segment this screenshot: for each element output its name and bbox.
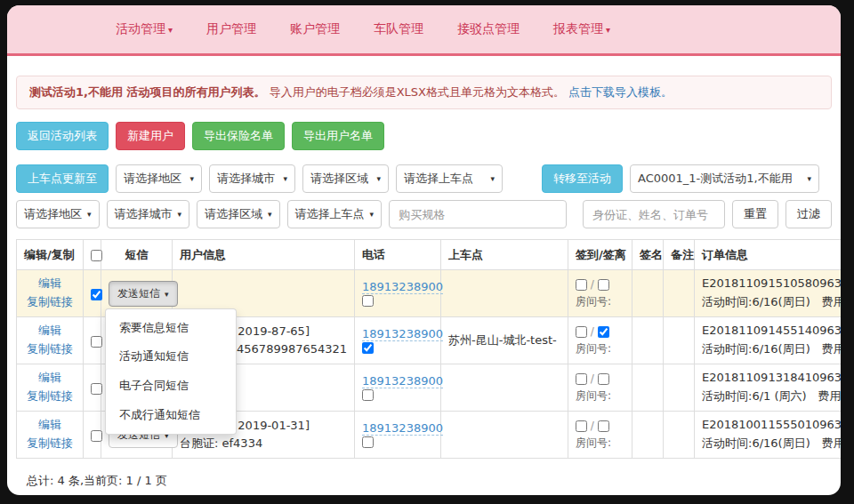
row-select-cell bbox=[84, 412, 101, 459]
district-select[interactable]: 请选择区域▾ bbox=[302, 164, 389, 193]
pickup-update-row: 上车点更新至 请选择地区▾ 请选择城市▾ 请选择区域▾ 请选择上车点▾ 转移至活… bbox=[16, 164, 832, 193]
phone-link[interactable]: 18913238900 bbox=[362, 421, 443, 436]
user-id: 台胞证: ef4334 bbox=[180, 435, 347, 452]
phone-checkbox[interactable] bbox=[362, 295, 374, 307]
checkout-checkbox[interactable] bbox=[598, 373, 609, 385]
edit-copy-cell: 编辑 复制链接 bbox=[17, 270, 84, 317]
pickup-update-button[interactable]: 上车点更新至 bbox=[16, 164, 109, 193]
edit-copy-cell: 编辑 复制链接 bbox=[17, 412, 84, 459]
caret-down-icon: ▾ bbox=[606, 25, 610, 35]
city-select-filter[interactable]: 请选择城市▾ bbox=[107, 200, 190, 228]
row-checkbox[interactable] bbox=[91, 289, 102, 300]
region-select[interactable]: 请选择地区▾ bbox=[116, 164, 202, 193]
checkout-checkbox[interactable] bbox=[598, 279, 609, 291]
caret-down-icon: ▾ bbox=[189, 174, 194, 183]
nav-user-management[interactable]: 用户管理 bbox=[206, 21, 256, 37]
col-header-checkin-checkout: 签到/签离 bbox=[568, 240, 632, 270]
reset-button[interactable]: 重置 bbox=[732, 200, 778, 228]
phone-checkbox[interactable] bbox=[362, 389, 374, 401]
checkin-checkbox[interactable] bbox=[576, 373, 587, 385]
table-header-row: 编辑/复制 短信 用户信息 电话 上车点 签到/签离 签名 备注 订单信息 bbox=[17, 240, 842, 270]
phone-cell: 18913238900 bbox=[355, 412, 441, 459]
pickup-point-cell bbox=[441, 412, 568, 459]
checkin-checkbox[interactable] bbox=[576, 279, 587, 291]
edit-link[interactable]: 编辑 bbox=[24, 275, 76, 293]
menu-item-cancel-notice-sms[interactable]: 不成行通知短信 bbox=[106, 401, 236, 430]
edit-link[interactable]: 编辑 bbox=[24, 322, 76, 340]
table-row: 编辑 复制链接 发送短信▾ 索要信息短信 活动通知短信 电子合同短信 bbox=[17, 270, 842, 317]
select-value: 请选择城市 bbox=[115, 206, 173, 222]
checkout-checkbox[interactable] bbox=[598, 326, 609, 338]
col-header-pickup-point: 上车点 bbox=[441, 240, 568, 270]
copy-link[interactable]: 复制链接 bbox=[24, 435, 76, 453]
signature-cell bbox=[632, 270, 664, 317]
select-all-checkbox[interactable] bbox=[91, 250, 102, 261]
col-header-edit-copy: 编辑/复制 bbox=[17, 240, 84, 270]
nav-account-management[interactable]: 账户管理 bbox=[290, 21, 340, 37]
edit-link[interactable]: 编辑 bbox=[24, 369, 76, 388]
phone-checkbox[interactable] bbox=[362, 342, 374, 354]
nav-label: 接驳点管理 bbox=[457, 21, 520, 36]
edit-copy-cell: 编辑 复制链接 bbox=[17, 317, 84, 364]
alert-body-text: 导入用户的电子档必须是XLSX格式且单元格为文本格式。 bbox=[270, 85, 565, 99]
caret-down-icon: ▾ bbox=[87, 210, 92, 219]
signature-cell bbox=[632, 412, 664, 459]
select-value: 请选择区域 bbox=[205, 206, 262, 222]
caret-down-icon: ▾ bbox=[165, 290, 169, 299]
new-user-button[interactable]: 新建用户 bbox=[116, 122, 185, 150]
col-header-sms: 短信 bbox=[101, 240, 173, 270]
back-to-activity-list-button[interactable]: 返回活动列表 bbox=[16, 122, 109, 150]
user-table: 编辑/复制 短信 用户信息 电话 上车点 签到/签离 签名 备注 订单信息 bbox=[16, 239, 841, 459]
phone-link[interactable]: 18913238900 bbox=[362, 374, 443, 388]
send-sms-button[interactable]: 发送短信▾ bbox=[109, 281, 178, 307]
caret-down-icon: ▾ bbox=[268, 210, 272, 219]
export-insurance-button[interactable]: 导出保险名单 bbox=[192, 122, 285, 150]
city-select[interactable]: 请选择城市▾ bbox=[209, 164, 295, 193]
phone-link[interactable]: 18913238900 bbox=[362, 280, 443, 294]
pickup-point-cell bbox=[441, 270, 568, 317]
select-value: 请选择地区 bbox=[124, 171, 181, 187]
row-checkbox[interactable] bbox=[91, 430, 102, 442]
row-select-cell bbox=[84, 270, 101, 317]
order-info-cell: E20181109145514096300019 活动时间:6/16(周日) 费… bbox=[695, 317, 842, 364]
checkout-checkbox[interactable] bbox=[598, 420, 609, 432]
phone-cell: 18913238900 bbox=[355, 364, 441, 412]
edit-link[interactable]: 编辑 bbox=[24, 416, 76, 435]
nav-pickup-point-management[interactable]: 接驳点管理 bbox=[457, 21, 520, 37]
user-table-wrap: 编辑/复制 短信 用户信息 电话 上车点 签到/签离 签名 备注 订单信息 bbox=[16, 239, 832, 459]
pickup-point-select[interactable]: 请选择上车点▾ bbox=[396, 164, 503, 193]
phone-cell: 18913238900 bbox=[355, 317, 441, 364]
menu-item-econtract-sms[interactable]: 电子合同短信 bbox=[106, 372, 236, 401]
filter-button[interactable]: 过滤 bbox=[786, 200, 832, 228]
checkin-checkbox[interactable] bbox=[576, 326, 587, 338]
nav-fleet-management[interactable]: 车队管理 bbox=[374, 21, 423, 37]
activity-select[interactable]: AC0001_1-测试活动1,不能用▾ bbox=[630, 164, 819, 193]
download-template-link[interactable]: 点击下载导入模板。 bbox=[568, 85, 673, 99]
checkin-checkbox[interactable] bbox=[576, 420, 587, 432]
phone-link[interactable]: 18913238900 bbox=[362, 327, 443, 341]
room-label: 房间号: bbox=[576, 436, 624, 451]
row-checkbox[interactable] bbox=[91, 383, 102, 395]
region-select-filter[interactable]: 请选择地区▾ bbox=[16, 200, 100, 228]
signature-cell bbox=[632, 317, 664, 364]
district-select-filter[interactable]: 请选择区域▾ bbox=[197, 200, 280, 228]
order-detail: 活动时间:6/1 (周六) 费用类型: bbox=[702, 388, 841, 406]
order-number: E20181109131841096300031 bbox=[702, 369, 841, 388]
edit-copy-cell: 编辑 复制链接 bbox=[17, 364, 84, 412]
export-users-button[interactable]: 导出用户名单 bbox=[292, 122, 384, 150]
row-select-cell bbox=[84, 364, 101, 412]
nav-activity-management[interactable]: 活动管理▾ bbox=[116, 21, 173, 37]
nav-report-management[interactable]: 报表管理▾ bbox=[553, 21, 610, 37]
row-checkbox[interactable] bbox=[91, 336, 102, 348]
copy-link[interactable]: 复制链接 bbox=[24, 293, 76, 312]
spec-input[interactable] bbox=[389, 200, 567, 228]
menu-item-activity-notice-sms[interactable]: 活动通知短信 bbox=[106, 342, 236, 372]
pickup-point-select-filter[interactable]: 请选择上车点▾ bbox=[287, 200, 383, 228]
search-input[interactable] bbox=[583, 200, 725, 228]
menu-item-request-info-sms[interactable]: 索要信息短信 bbox=[106, 314, 236, 343]
phone-checkbox[interactable] bbox=[362, 436, 374, 448]
select-value: 请选择区域 bbox=[310, 171, 368, 187]
copy-link[interactable]: 复制链接 bbox=[24, 388, 76, 406]
copy-link[interactable]: 复制链接 bbox=[24, 340, 76, 359]
transfer-activity-button[interactable]: 转移至活动 bbox=[542, 164, 623, 193]
